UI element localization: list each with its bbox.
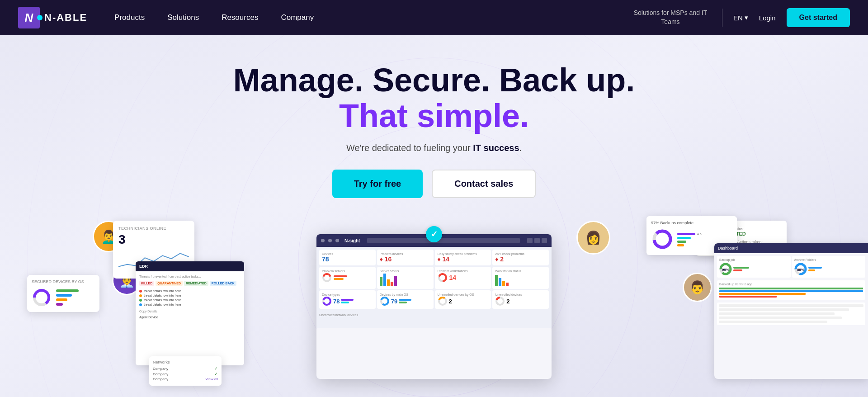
svg-text:99%: 99% (722, 268, 729, 272)
nav-right: Solutions for MSPs and IT Teams EN ▾ Log… (630, 8, 850, 27)
right-dashboard: Dashboard Backup job 99% (714, 243, 868, 379)
avatar-man-right: 👨 (683, 273, 712, 302)
dash-app-name: N-sight (344, 238, 360, 243)
tech-card-label: TECHNICIANS ONLINE (118, 226, 189, 231)
networks-label: Networks (153, 360, 218, 364)
get-started-button[interactable]: Get started (787, 8, 850, 27)
nav-solutions[interactable]: Solutions (167, 13, 199, 22)
logo[interactable]: N N-ABLE (18, 7, 87, 28)
nav-products[interactable]: Products (114, 13, 145, 22)
nav-divider (722, 9, 722, 27)
edr-topbar: EDR (136, 261, 244, 271)
dash-stats-row: Devices 78 Problem devices ♦ 16 Daily sa… (316, 247, 552, 312)
hero-subtitle: We're dedicated to fueling your IT succe… (346, 143, 522, 153)
check-circle: ✓ (426, 226, 442, 242)
nav-links: Products Solutions Resources Company (114, 13, 630, 22)
svg-point-20 (654, 231, 670, 247)
edr-title: EDR (139, 264, 148, 269)
login-link[interactable]: Login (759, 14, 776, 22)
avatar-woman: 👩 (576, 221, 610, 255)
secured-label: Secured Devices by OS (32, 279, 95, 284)
hero-title-line2: That simple. (339, 98, 529, 134)
main-dashboard: N-sight Devices 78 Problem devices ♦ (316, 234, 552, 379)
view-all-link[interactable]: View all (206, 377, 218, 381)
secured-donut-chart (32, 288, 52, 307)
language-selector[interactable]: EN ▾ (733, 14, 748, 22)
logo-text: N-ABLE (44, 12, 87, 24)
hero-title-line1: Manage. Secure. Back up. (233, 62, 635, 98)
nav-resources[interactable]: Resources (222, 13, 258, 22)
edr-body: Threats / prevented from destructive tas… (136, 271, 244, 322)
nav-company[interactable]: Company (281, 13, 314, 22)
try-for-free-button[interactable]: Try for free (332, 170, 423, 198)
hero-visual: 👨‍🦱 👨‍💼 👩 👨 TECHNICIANS ONLINE 3 Secured… (0, 216, 868, 397)
hero-buttons: Try for free Contact sales (332, 170, 536, 198)
dash-stat-problem: Problem devices ♦ 16 (377, 250, 434, 265)
dash-stat-devices: Devices 78 (319, 250, 376, 265)
backup-donut-chart (651, 228, 674, 250)
svg-point-12 (323, 298, 330, 305)
tech-card-number: 3 (118, 232, 189, 247)
secured-devices-card: Secured Devices by OS (27, 275, 99, 312)
logo-n-letter: N (25, 11, 33, 25)
contact-sales-button[interactable]: Contact sales (432, 170, 536, 198)
dash-stat-daily: Daily safety check problems ♦ 14 (435, 250, 491, 265)
edr-status-row: KILLED QUARANTINED REMEDIATED ROLLED BAC… (139, 281, 241, 286)
msp-text: Solutions for MSPs and IT Teams (630, 9, 711, 26)
navbar: N N-ABLE Products Solutions Resources Co… (0, 0, 868, 35)
networks-card: Networks Company ✓ Company ✓ Company Vie… (149, 356, 222, 386)
svg-text:88%: 88% (797, 268, 804, 272)
hero-title: Manage. Secure. Back up. That simple. (233, 62, 635, 134)
secured-content (32, 288, 95, 307)
hero-section: Manage. Secure. Back up. That simple. We… (0, 35, 868, 397)
logo-icon: N (18, 7, 40, 28)
backup-label: 97% Backups complete (651, 221, 732, 225)
dash-stat-247: 24/7 check problems ♦ 2 (492, 250, 549, 265)
edr-card: EDR Threats / prevented from destructive… (136, 261, 244, 365)
